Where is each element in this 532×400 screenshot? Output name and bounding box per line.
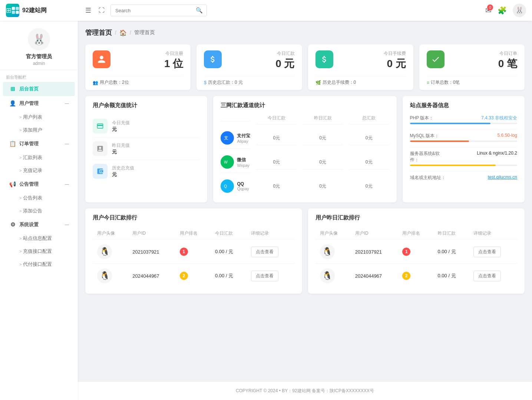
search-input[interactable] [111, 6, 192, 16]
yrank-badge-1: 1 [402, 248, 410, 256]
view-btn-1[interactable]: 点击查看 [251, 247, 278, 257]
yesterday-rank-th-amount: 昨日汇款 [433, 227, 469, 240]
today-rank-th-rank: 用户排名 [175, 227, 211, 240]
payment-channels-title: 三网汇款通道统计 [221, 102, 389, 109]
stats-row: 今日注册 1 位 👥 用户总数：2位 [85, 44, 525, 90]
yesterday-rank-th-rank: 用户排名 [398, 227, 433, 240]
recharge-yesterday-icon [93, 141, 108, 156]
qq-yesterday: 0元 [303, 179, 343, 193]
logo-icon [6, 4, 19, 17]
user-mgmt-arrow: — [65, 101, 69, 106]
sidebar-item-user-list[interactable]: 用户列表 [3, 111, 75, 123]
sidebar-item-announcement-mgmt[interactable]: 📢 公告管理 — [3, 177, 75, 191]
yesterday-rank-card: 用户昨日汇款排行 用户头像 用户ID 用户排名 昨日汇款 详细记录 [308, 208, 525, 294]
stat-value-fees: 0 元 [384, 57, 406, 71]
yesterday-rank-th-detail: 详细记录 [469, 227, 517, 240]
payment-grid: 今日汇款 昨日汇款 总汇款 支 支付宝 Alipay [221, 115, 389, 196]
alipay-today: 0元 [256, 131, 297, 145]
logo-area: 92建站网 [6, 4, 84, 17]
view-btn-2[interactable]: 点击查看 [251, 271, 278, 281]
stat-value-registrations: 1 位 [164, 57, 183, 71]
sidebar-item-announcement-list[interactable]: 公告列表 [3, 192, 75, 204]
sidebar-item-add-user[interactable]: 添加用户 [3, 124, 75, 136]
server-domain: 域名或主机地址： test.qilucms.cn [410, 175, 517, 181]
svg-rect-0 [12, 7, 15, 10]
table-row: 🐧 2021037921 1 0.00 / 元 点击查看 [93, 240, 295, 264]
mail-badge: 0 [487, 4, 493, 10]
yuser-id-1: 2021037921 [351, 240, 398, 264]
order-mgmt-arrow: — [65, 142, 69, 146]
svg-rect-3 [16, 11, 19, 14]
svg-rect-1 [16, 7, 19, 10]
recharge-stats-title: 用户余额充值统计 [93, 102, 200, 109]
hamburger-button[interactable]: ☰ [84, 5, 93, 16]
yuser-amount-1: 0.00 / 元 [433, 240, 469, 264]
sidebar-item-user-mgmt[interactable]: 👤 用户管理 — [3, 96, 75, 110]
announcement-icon: 📢 [9, 181, 16, 188]
yesterday-rank-th-id: 用户ID [351, 227, 398, 240]
system-settings-icon: ⚙ [9, 221, 16, 228]
stat-footer-registrations: 👥 用户总数：2位 [93, 76, 183, 86]
stat-icon-fees [315, 50, 333, 68]
footer: COPYRIGHT © 2024 • BY：92建站网 备案号：陕ICP备XXX… [78, 381, 532, 400]
nav-label: 后台导航栏 [0, 70, 78, 82]
server-info-card: 站点服务器信息 PHP 版本： 7.4.33 非线程安全 [403, 96, 525, 202]
alipay-brand: 支 支付宝 Alipay [221, 128, 250, 149]
stat-icon-payments [204, 50, 222, 68]
breadcrumb-home-icon[interactable]: 🏠 [119, 29, 127, 36]
recharge-item-total: 历史总充值 元 [93, 160, 200, 182]
today-rank-title: 用户今日汇款排行 [93, 214, 295, 221]
recharge-stats-card: 用户余额充值统计 今日充值 元 [85, 96, 207, 202]
payment-channels-card: 三网汇款通道统计 今日汇款 昨日汇款 总汇款 支 [213, 96, 396, 202]
user-amount-1: 0.00 / 元 [211, 240, 247, 264]
content-area: 管理首页 / 🏠 / 管理首页 今日注册 1 位 [78, 21, 532, 381]
sidebar-item-payment-list[interactable]: 汇款列表 [3, 151, 75, 164]
sidebar-item-order-mgmt[interactable]: 📋 订单管理 — [3, 137, 75, 151]
rank-badge-2: 2 [180, 272, 188, 280]
sidebar-item-add-announcement[interactable]: 添加公告 [3, 205, 75, 217]
stat-footer-orders: ≡ 订单总数：0笔 [427, 76, 517, 86]
alipay-icon: 支 [221, 131, 234, 145]
today-rank-th-id: 用户ID [128, 227, 175, 240]
sidebar: 🐰 官方管理员 admin 后台导航栏 ⊞ 后台首页 👤 用户管理 — 用户列表… [0, 21, 78, 400]
wechat-total: 0元 [349, 155, 389, 169]
sidebar-item-site-config[interactable]: 站点信息配置 [3, 232, 75, 245]
recharge-item-today: 今日充值 元 [93, 115, 200, 138]
dashboard-icon: ⊞ [9, 86, 16, 92]
stat-label-fees: 今日手续费 [384, 50, 406, 57]
search-button[interactable]: 🔍 [192, 5, 206, 16]
stat-icon-orders [427, 50, 445, 68]
user-avatar-2: 🐧 [97, 268, 112, 283]
user-id-1: 2021037921 [128, 240, 175, 264]
main-content: 管理首页 / 🏠 / 管理首页 今日注册 1 位 [78, 21, 532, 400]
stat-footer-payments: $ 历史总汇款：0 元 [204, 76, 294, 86]
wechat-today: 0元 [256, 155, 297, 169]
puzzle-button[interactable]: 🧩 [498, 6, 507, 15]
yview-btn-1[interactable]: 点击查看 [473, 247, 501, 257]
sidebar-item-proxy-config[interactable]: 代付接口配置 [3, 258, 75, 271]
logo-text: 92建站网 [22, 7, 47, 14]
sidebar-item-recharge-records[interactable]: 充值记录 [3, 164, 75, 177]
sidebar-item-dashboard[interactable]: ⊞ 后台首页 [3, 82, 75, 96]
yuser-avatar-1: 🐧 [320, 244, 335, 259]
sidebar-item-system-settings[interactable]: ⚙ 系统设置 — [3, 218, 75, 232]
qq-total: 0元 [349, 179, 389, 193]
today-rank-th-amount: 今日汇款 [211, 227, 247, 240]
mail-button[interactable]: ✉ 0 [485, 6, 492, 15]
expand-button[interactable]: ⛶ [97, 6, 106, 15]
yesterday-rank-th-avatar: 用户头像 [315, 227, 351, 240]
svg-text:Q: Q [224, 184, 227, 188]
stat-label-registrations: 今日注册 [164, 50, 183, 57]
yesterday-rank-title: 用户昨日汇款排行 [315, 214, 518, 221]
stat-icon-registrations [93, 50, 110, 68]
avatar-button[interactable]: 🐰 [513, 4, 526, 17]
avatar-icon: 🐰 [515, 6, 523, 14]
search-box: 🔍 [110, 4, 207, 16]
svg-text:W: W [224, 160, 228, 164]
sidebar-item-recharge-config[interactable]: 充值接口配置 [3, 245, 75, 258]
user-mgmt-icon: 👤 [9, 100, 16, 107]
alipay-yesterday: 0元 [303, 131, 343, 145]
stat-card-registrations: 今日注册 1 位 👥 用户总数：2位 [85, 44, 191, 90]
os-progress-bar [410, 165, 517, 166]
yview-btn-2[interactable]: 点击查看 [473, 271, 501, 281]
